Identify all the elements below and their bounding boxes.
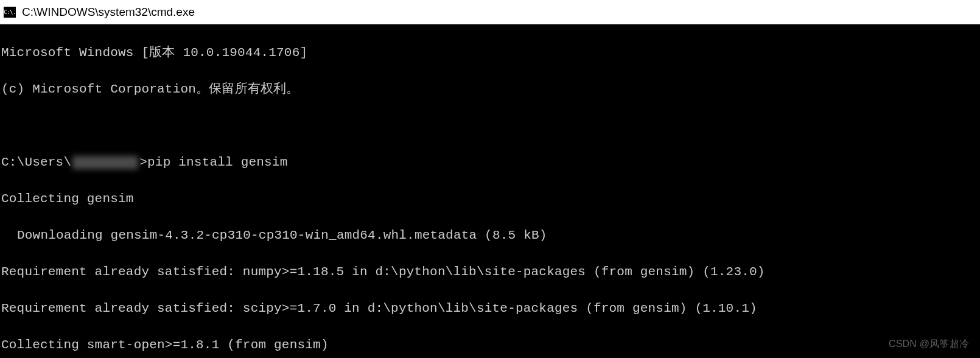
- watermark-text: CSDN @风筝超冷: [889, 335, 969, 353]
- entered-command: pip install gensim: [147, 153, 287, 172]
- blank-line: [1, 117, 980, 135]
- window-title-bar[interactable]: C:\. C:\WINDOWS\system32\cmd.exe: [0, 0, 980, 24]
- output-download-metadata-gensim: Downloading gensim-4.3.2-cp310-cp310-win…: [1, 226, 980, 245]
- blurred-username: [72, 156, 138, 169]
- terminal-output[interactable]: Microsoft Windows [版本 10.0.19044.1706] (…: [0, 24, 980, 358]
- prompt-suffix: >: [139, 153, 147, 172]
- output-collecting-smartopen: Collecting smart-open>=1.8.1 (from gensi…: [1, 336, 980, 354]
- output-collecting-gensim: Collecting gensim: [1, 190, 980, 208]
- cmd-icon: C:\.: [4, 7, 16, 18]
- cmd-icon-text: C:\.: [4, 9, 16, 15]
- output-requirement-scipy: Requirement already satisfied: scipy>=1.…: [1, 300, 980, 318]
- copyright-line: (c) Microsoft Corporation。保留所有权利。: [1, 80, 980, 99]
- output-requirement-numpy: Requirement already satisfied: numpy>=1.…: [1, 263, 980, 281]
- command-prompt-line: C:\Users\>pip install gensim: [1, 153, 980, 172]
- os-header-line: Microsoft Windows [版本 10.0.19044.1706]: [1, 44, 980, 62]
- prompt-prefix: C:\Users\: [1, 153, 71, 172]
- window-title: C:\WINDOWS\system32\cmd.exe: [22, 5, 195, 19]
